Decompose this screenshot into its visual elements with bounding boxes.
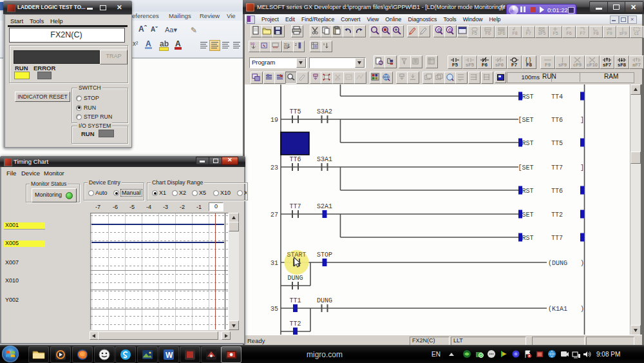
svg-text:RST: RST [522,140,534,147]
svg-text:TT5: TT5 [289,108,301,115]
svg-text:]: ] [580,117,584,124]
svg-text:27: 27 [270,211,278,219]
svg-text:(K1A1: (K1A1 [548,306,567,313]
svg-text:STOP: STOP [317,251,332,259]
svg-text:35: 35 [270,306,278,313]
svg-text:TT6: TT6 [289,156,301,163]
svg-text:S3A2: S3A2 [317,108,332,115]
svg-text:TT1: TT1 [289,297,301,304]
svg-text:RST: RST [522,188,534,195]
svg-text:TT4: TT4 [551,93,563,101]
svg-text:TT7: TT7 [551,235,563,242]
svg-text:RST: RST [522,235,534,242]
svg-text:TT7: TT7 [289,203,301,210]
svg-text:W: W [166,351,173,360]
svg-text:START: START [287,251,306,259]
svg-text:S2A1: S2A1 [317,203,332,210]
svg-text:23: 23 [270,164,278,172]
svg-text:TT2: TT2 [289,320,301,328]
svg-text:abc: abc [335,78,340,81]
svg-text:SET: SET [522,117,534,124]
svg-text:59: 59 [284,46,288,50]
svg-text:Q: Q [448,28,452,33]
svg-text:TT5: TT5 [551,140,563,147]
svg-text:19: 19 [270,117,278,124]
svg-text:): ) [580,260,584,267]
svg-text:TT7: TT7 [551,164,563,172]
svg-text:31: 31 [270,260,278,267]
svg-text:): ) [580,306,584,313]
svg-text:TT2: TT2 [551,211,563,219]
svg-text:SET: SET [522,164,534,172]
svg-text:♀: ♀ [323,42,326,46]
svg-text:]: ] [580,164,584,172]
svg-text:TT6: TT6 [551,188,563,195]
svg-text:RST: RST [522,93,534,101]
svg-text:Q: Q [437,28,441,33]
svg-text:12: 12 [459,79,461,82]
svg-text:SET: SET [522,211,534,219]
svg-text:ERR: ERR [273,46,278,49]
svg-text:TT6: TT6 [551,117,563,124]
svg-text:DUNG: DUNG [317,297,332,304]
svg-text:S3A1: S3A1 [317,156,332,163]
svg-text:2: 2 [295,43,297,46]
svg-text:DUNG: DUNG [287,275,303,282]
svg-text:99: 99 [251,42,254,46]
svg-text:(DUNG: (DUNG [548,260,567,267]
